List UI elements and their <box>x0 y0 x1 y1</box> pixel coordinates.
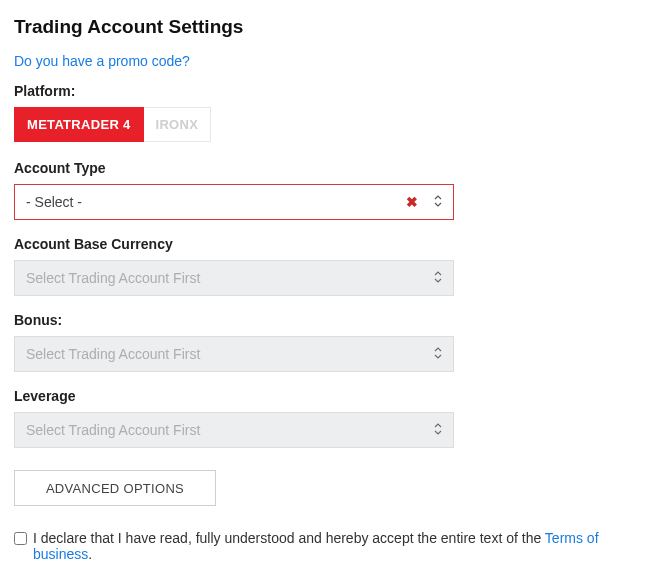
terms-checkbox[interactable] <box>14 532 27 545</box>
bonus-select[interactable]: Select Trading Account First <box>14 336 454 372</box>
base-currency-label: Account Base Currency <box>14 236 646 252</box>
close-icon[interactable]: ✖ <box>406 194 418 210</box>
bonus-value: Select Trading Account First <box>26 346 200 362</box>
base-currency-select[interactable]: Select Trading Account First <box>14 260 454 296</box>
page-title: Trading Account Settings <box>14 16 646 38</box>
leverage-value: Select Trading Account First <box>26 422 200 438</box>
chevron-updown-icon <box>434 195 442 209</box>
platform-metatrader4[interactable]: METATRADER 4 <box>14 107 144 142</box>
account-type-label: Account Type <box>14 160 646 176</box>
chevron-updown-icon <box>434 271 442 285</box>
leverage-label: Leverage <box>14 388 646 404</box>
bonus-label: Bonus: <box>14 312 646 328</box>
terms-label: I declare that I have read, fully unders… <box>33 530 646 562</box>
platform-ironx[interactable]: IRONX <box>144 107 212 142</box>
account-type-value: - Select - <box>26 194 82 210</box>
base-currency-value: Select Trading Account First <box>26 270 200 286</box>
promo-code-link[interactable]: Do you have a promo code? <box>14 53 190 69</box>
advanced-options-button[interactable]: ADVANCED OPTIONS <box>14 470 216 506</box>
chevron-updown-icon <box>434 423 442 437</box>
account-type-select[interactable]: - Select - ✖ <box>14 184 454 220</box>
terms-declaration[interactable]: I declare that I have read, fully unders… <box>14 530 646 562</box>
chevron-updown-icon <box>434 347 442 361</box>
platform-label: Platform: <box>14 83 646 99</box>
leverage-select[interactable]: Select Trading Account First <box>14 412 454 448</box>
